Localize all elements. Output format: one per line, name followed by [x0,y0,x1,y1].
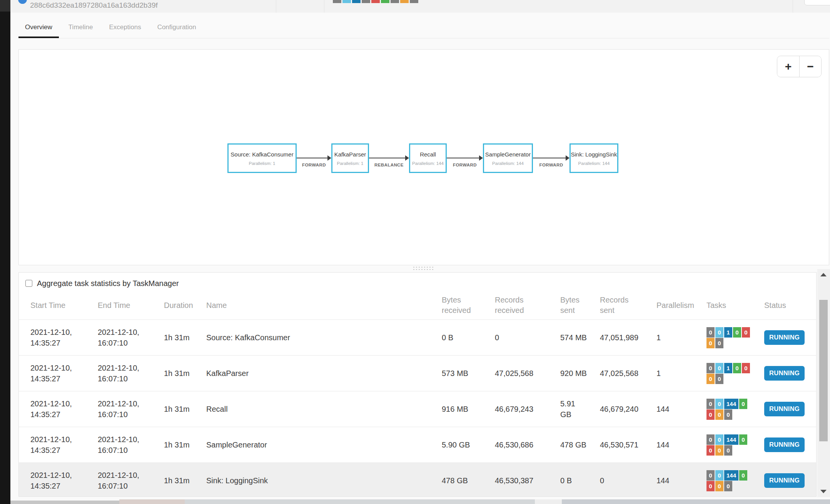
cell-records-sent: 0 [588,463,645,497]
task-count-badge: 0 [724,445,732,456]
cell-bytes-received: 573 MB [430,356,483,391]
header-divider [276,0,276,13]
task-statistics-table: Start TimeEnd TimeDurationNameBytes rece… [19,291,816,497]
task-count-badge: 144 [724,399,738,409]
aggregate-option-row: Aggregate task statistics by TaskManager [19,273,816,290]
task-count-badge: 0 [706,327,715,338]
table-scrollbar [817,269,830,497]
cell-parallelism: 1 [645,320,695,356]
task-count-badge: 0 [715,399,723,409]
task-count-badge: 1 [724,327,732,338]
task-count-badge: 0 [706,363,715,373]
cell-bytes-sent: 920 MB [549,356,588,391]
background-window-strip [535,499,562,504]
table-row[interactable]: 2021-12-10, 14:35:272021-12-10, 16:07:10… [19,391,816,427]
task-count-badge: 0 [715,470,723,481]
zoom-in-button[interactable]: + [777,56,799,77]
cell-status: RUNNING [753,463,816,497]
graph-node[interactable]: SampleGeneratorParallelism: 144 [483,143,533,173]
job-id-text: 288c6d332ea1897280a16a163dd2b39f [30,1,158,10]
cell-tasks: 001440000 [695,463,753,497]
task-count-badge: 0 [715,481,723,491]
legend-square [333,0,341,3]
cell-start-time: 2021-12-10, 14:35:27 [19,391,86,427]
task-count-badge: 0 [715,445,723,456]
header-action-button[interactable] [804,0,830,5]
header-divider [793,0,793,13]
status-badge: RUNNING [764,473,805,487]
job-graph-panel: + − Source: KafkaConsumerParallelism: 1K… [18,49,829,265]
table-row[interactable]: 2021-12-10, 14:35:272021-12-10, 16:07:10… [19,463,816,497]
cell-records-received: 47,025,568 [483,356,549,391]
tab-configuration[interactable]: Configuration [151,17,203,38]
table-row[interactable]: 2021-12-10, 14:35:272021-12-10, 16:07:10… [19,356,816,391]
edge-line [297,158,328,158]
edge-arrowhead-icon [566,155,569,161]
task-count-badge: 0 [706,481,715,491]
tab-overview[interactable]: Overview [18,17,59,38]
task-count-badge: 0 [739,434,747,445]
task-count-badge: 0 [724,409,732,420]
table-row[interactable]: 2021-12-10, 14:35:272021-12-10, 16:07:10… [19,320,816,356]
cell-duration: 1h 31m [152,320,195,356]
cell-start-time: 2021-12-10, 14:35:27 [19,320,86,356]
panel-resize-handle[interactable] [412,266,435,271]
cell-parallelism: 144 [645,463,695,497]
background-window-strip [10,501,119,504]
task-count-badge: 0 [739,399,747,409]
task-count-badge: 0 [715,327,723,338]
column-header-bytes-sent: Bytes sent [549,291,588,320]
zoom-out-button[interactable]: − [799,56,821,77]
background-window-strip [562,499,830,504]
cell-records-sent: 46,679,240 [588,391,645,427]
cell-bytes-sent: 0 B [549,463,588,497]
cell-duration: 1h 31m [152,427,195,463]
aggregate-checkbox[interactable] [25,280,32,287]
background-window-strip [119,499,185,504]
task-count-badge: 0 [706,409,715,420]
cell-name: SampleGenerator [195,427,430,463]
cell-end-time: 2021-12-10, 16:07:10 [86,356,152,391]
table-header-row: Start TimeEnd TimeDurationNameBytes rece… [19,291,816,320]
scrollbar-down-arrow[interactable] [820,490,827,493]
cell-name: Source: KafkaConsumer [195,320,430,356]
cell-name: Recall [195,391,430,427]
cell-duration: 1h 31m [152,463,195,497]
cell-records-received: 0 [483,320,549,356]
edge-arrowhead-icon [405,155,409,161]
collapsed-sidebar[interactable] [0,0,10,504]
cell-records-sent: 46,530,571 [588,427,645,463]
edge-ship-strategy-label: FORWARD [287,163,341,167]
tab-exceptions[interactable]: Exceptions [102,17,147,38]
task-count-badge: 0 [733,363,741,373]
task-count-badge: 0 [715,363,723,373]
graph-node[interactable]: KafkaParserParallelism: 1 [331,143,369,173]
cell-start-time: 2021-12-10, 14:35:27 [19,356,86,391]
task-count-badge: 0 [715,374,723,384]
tab-timeline[interactable]: Timeline [62,17,100,38]
column-header-bytes-received: Bytes received [430,291,483,320]
cell-bytes-sent: 478 GB [549,427,588,463]
cell-records-received: 46,530,686 [483,427,549,463]
column-header-end-time: End Time [86,291,152,320]
job-tab-bar: OverviewTimelineExceptionsConfiguration [18,17,829,38]
task-count-badge: 0 [706,374,715,384]
task-count-badge: 0 [706,434,715,445]
edge-arrowhead-icon [479,155,483,161]
cell-status: RUNNING [753,320,816,356]
cell-end-time: 2021-12-10, 16:07:10 [86,320,152,356]
cell-name: KafkaParser [195,356,430,391]
scrollbar-thumb[interactable] [819,300,828,441]
task-count-badge: 0 [715,409,723,420]
task-count-badge: 1 [724,363,732,373]
cell-parallelism: 1 [645,356,695,391]
column-header-duration: Duration [152,291,195,320]
task-count-badge: 0 [706,470,715,481]
table-row[interactable]: 2021-12-10, 14:35:272021-12-10, 16:07:10… [19,427,816,463]
graph-node[interactable]: Sink: LoggingSinkParallelism: 144 [569,143,618,173]
graph-node[interactable]: Source: KafkaConsumerParallelism: 1 [227,143,297,173]
graph-node[interactable]: RecallParallelism: 144 [409,143,447,173]
graph-node-parallelism: Parallelism: 144 [578,161,610,166]
scrollbar-up-arrow[interactable] [820,273,827,276]
status-badge: RUNNING [764,366,805,380]
